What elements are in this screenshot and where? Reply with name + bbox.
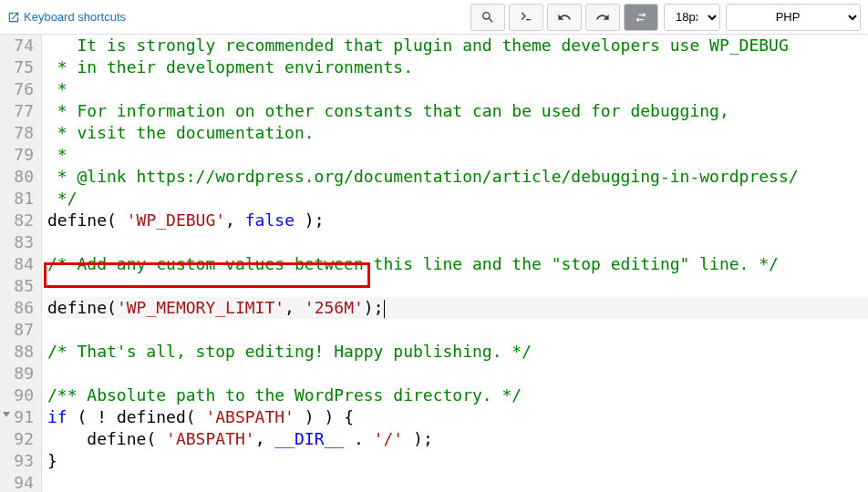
line-number: 93 [5, 450, 34, 472]
code-line[interactable]: if ( ! defined( 'ABSPATH' ) ) { [47, 406, 868, 428]
code-line[interactable]: */ [47, 188, 868, 210]
code-line[interactable] [47, 472, 868, 492]
code-line[interactable]: /* Add any custom values between this li… [47, 253, 868, 275]
line-number: 75 [5, 56, 34, 78]
console-button[interactable] [509, 4, 543, 31]
line-number: 81 [5, 188, 34, 210]
redo-button[interactable] [585, 4, 620, 31]
line-number: 87 [5, 319, 34, 341]
code-line[interactable]: /* That's all, stop editing! Happy publi… [47, 341, 868, 363]
code-line[interactable] [47, 275, 868, 297]
code-line[interactable] [47, 319, 868, 341]
undo-icon [557, 10, 572, 25]
line-number: 90 [5, 384, 34, 406]
redo-icon [595, 10, 610, 25]
line-number: 88 [5, 341, 34, 363]
wrap-button[interactable] [624, 4, 658, 31]
search-icon [480, 10, 495, 25]
font-size-select[interactable]: 18px [664, 4, 720, 31]
code-area[interactable]: It is strongly recommended that plugin a… [42, 35, 868, 492]
code-line[interactable]: * [47, 144, 868, 166]
line-number: 91 [5, 406, 34, 428]
keyboard-shortcuts-link[interactable]: Keyboard shortcuts [7, 10, 126, 24]
wrap-icon [634, 10, 648, 25]
code-line[interactable]: } [47, 450, 868, 472]
code-line[interactable] [47, 363, 868, 384]
line-number: 89 [5, 363, 34, 384]
code-line[interactable]: /** Absolute path to the WordPress direc… [47, 384, 868, 406]
fold-icon[interactable] [3, 412, 10, 417]
code-line[interactable]: define( 'WP_DEBUG', false ); [47, 210, 868, 231]
code-line[interactable]: * [47, 78, 868, 100]
line-number: 77 [5, 100, 34, 122]
line-number: 85 [5, 275, 34, 297]
line-number: 92 [5, 428, 34, 450]
line-number: 78 [5, 122, 34, 144]
code-line[interactable]: define( 'ABSPATH', __DIR__ . '/' ); [47, 428, 868, 450]
kb-link-label: Keyboard shortcuts [24, 10, 126, 24]
code-line[interactable]: define('WP_MEMORY_LIMIT', '256M'); [47, 297, 868, 319]
line-number: 83 [5, 231, 34, 253]
code-line[interactable] [47, 231, 868, 253]
line-number: 94 [5, 472, 34, 492]
language-select[interactable]: PHP [726, 4, 861, 31]
undo-button[interactable] [547, 4, 582, 31]
code-line[interactable]: * visit the documentation. [47, 122, 868, 144]
toolbar: Keyboard shortcuts 18px PHP [0, 0, 868, 35]
code-line[interactable]: * For information on other constants tha… [47, 100, 868, 122]
line-number: 79 [5, 144, 34, 166]
console-icon [519, 10, 533, 25]
line-number: 82 [5, 210, 34, 231]
line-gutter: 7475767778798081828384858687888990919293… [0, 35, 42, 492]
external-link-icon [7, 11, 20, 24]
line-number: 74 [5, 35, 34, 56]
code-editor[interactable]: 7475767778798081828384858687888990919293… [0, 35, 868, 492]
code-line[interactable]: * in their development environments. [47, 56, 868, 78]
line-number: 80 [5, 166, 34, 188]
code-line[interactable]: * @link https://wordpress.org/documentat… [47, 166, 868, 188]
search-button[interactable] [470, 4, 505, 31]
line-number: 76 [5, 78, 34, 100]
code-line[interactable]: It is strongly recommended that plugin a… [47, 35, 868, 56]
line-number: 84 [5, 253, 34, 275]
line-number: 86 [5, 297, 34, 319]
